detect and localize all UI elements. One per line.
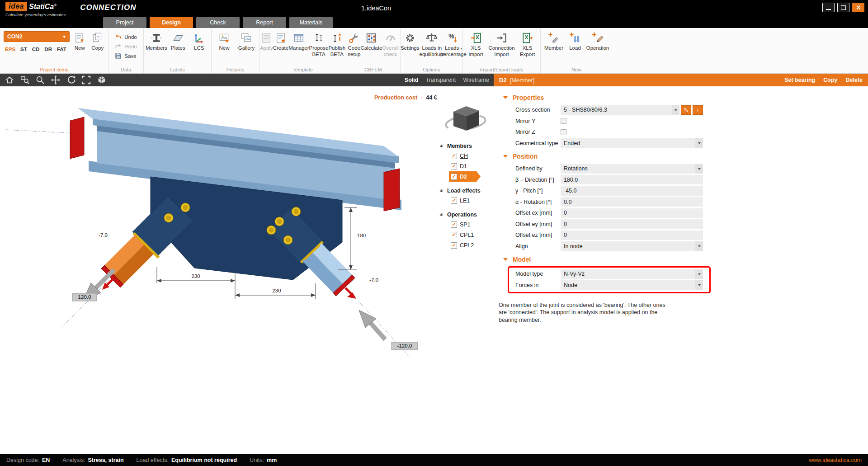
template-manager-button[interactable]: Manager	[288, 30, 309, 52]
copy-member-button[interactable]: Copy	[823, 77, 837, 83]
checkbox-checked-icon[interactable]	[451, 221, 457, 228]
model-type-select[interactable]: N-Vy-Vz	[561, 269, 703, 279]
tab-check[interactable]: Check	[196, 17, 240, 28]
tree-item-d2[interactable]: D2	[449, 171, 481, 182]
labels-members-button[interactable]: Members	[146, 30, 167, 52]
code-setup-button[interactable]: Code setup	[348, 30, 360, 58]
zoom-window-icon[interactable]	[20, 75, 30, 85]
section-model[interactable]: Model	[503, 254, 868, 265]
render-mode-transparent[interactable]: Transparent	[425, 77, 456, 83]
3d-scene[interactable]: 230 230 180 -7.0 -7.0 120.0 -120.0	[0, 86, 494, 454]
loads-percentage-button[interactable]: % Loads - percentage	[444, 30, 462, 58]
orbit-icon[interactable]	[66, 75, 76, 85]
picture-new-button[interactable]: New	[213, 30, 235, 52]
3d-viewport[interactable]: 230 230 180 -7.0 -7.0 120.0 -120.0	[0, 86, 494, 454]
forces-in-select[interactable]: Node	[561, 280, 703, 290]
new-project-item-button[interactable]: New	[71, 30, 89, 52]
checkbox-checked-icon[interactable]	[451, 242, 457, 249]
code-fat[interactable]: FAT	[57, 47, 66, 52]
tree-item-sp1[interactable]: SP1	[449, 219, 481, 230]
defined-by-select[interactable]: Rotations	[561, 164, 703, 174]
edit-cross-section-button[interactable]: ✎	[681, 105, 691, 115]
minimize-button[interactable]	[822, 3, 835, 12]
pan-icon[interactable]	[51, 75, 61, 85]
project-item-select[interactable]: CON2	[4, 31, 70, 42]
section-properties[interactable]: Properties	[503, 92, 868, 104]
cross-section-select[interactable]: 5 - SHS80/80/6.3	[561, 105, 679, 115]
tab-report[interactable]: Report	[243, 17, 286, 28]
undo-button[interactable]: Undo	[113, 33, 138, 41]
render-mode-solid[interactable]: Solid	[405, 77, 419, 83]
checkbox-checked-icon[interactable]	[451, 198, 457, 204]
beta-direction-input[interactable]	[561, 175, 703, 184]
align-select[interactable]: In node	[561, 241, 703, 251]
alpha-rotation-input[interactable]	[561, 197, 703, 207]
new-member-icon	[548, 32, 560, 44]
zoom-fit-icon[interactable]	[81, 75, 91, 85]
template-apply-button[interactable]: Apply	[260, 30, 273, 52]
new-member-button[interactable]: Member	[542, 30, 565, 52]
labels-plates-button[interactable]: Plates	[168, 30, 189, 52]
chevron-down-icon	[695, 138, 703, 148]
tree-item-d1[interactable]: D1	[449, 161, 481, 171]
mirror-y-checkbox[interactable]	[561, 118, 566, 124]
code-dr[interactable]: DR	[44, 47, 52, 52]
template-propose-button[interactable]: Propose BETA	[309, 30, 329, 58]
template-publish-button[interactable]: Publish BETA	[328, 30, 345, 58]
calculate-button[interactable]: Calculate	[360, 30, 382, 52]
tree-section-operations[interactable]: Operations	[433, 210, 493, 219]
save-button[interactable]: Save	[113, 52, 138, 60]
checkbox-checked-icon[interactable]	[451, 163, 457, 169]
set-bearing-button[interactable]: Set bearing	[784, 77, 815, 83]
render-mode-wireframe[interactable]: Wireframe	[463, 77, 489, 83]
redo-button[interactable]: Redo	[113, 42, 138, 50]
tree-item-cpl2[interactable]: CPL2	[449, 240, 481, 250]
tab-materials[interactable]: Materials	[289, 17, 333, 28]
template-create-button[interactable]: Create	[273, 30, 289, 52]
tree-section-members[interactable]: Members	[433, 141, 493, 151]
overall-check-button[interactable]: Overall check	[382, 30, 398, 58]
collapse-icon	[503, 258, 508, 261]
offset-ex-input[interactable]	[561, 208, 703, 218]
tree-item-cpl1[interactable]: CPL1	[449, 230, 481, 240]
labels-lcs-button[interactable]: LCS	[189, 30, 209, 52]
xls-export-icon: X	[522, 32, 533, 44]
offset-ez-input[interactable]	[561, 231, 703, 240]
tab-design[interactable]: Design	[150, 17, 193, 28]
website-link[interactable]: www.ideastatica.com	[809, 457, 862, 463]
new-load-button[interactable]: Load	[565, 30, 585, 52]
xls-export-button[interactable]: X XLS Export	[517, 30, 538, 58]
checkbox-checked-icon[interactable]	[451, 153, 457, 159]
home-view-icon[interactable]	[5, 75, 14, 85]
code-cd[interactable]: CD	[32, 47, 40, 52]
xls-import-button[interactable]: X XLS Import	[465, 30, 487, 58]
close-button[interactable]	[852, 3, 864, 12]
checkbox-checked-icon[interactable]	[451, 174, 457, 180]
checkbox-checked-icon[interactable]	[451, 232, 457, 238]
gamma-pitch-input[interactable]	[561, 186, 703, 196]
tree-item-ch[interactable]: CH	[449, 151, 481, 161]
tab-project[interactable]: Project	[103, 17, 146, 28]
shaded-view-icon[interactable]	[97, 75, 107, 85]
copy-icon	[92, 32, 104, 44]
new-operation-button[interactable]: Operation	[585, 30, 610, 52]
offset-ey-input[interactable]	[561, 219, 703, 229]
code-st[interactable]: ST	[20, 47, 27, 52]
delete-member-button[interactable]: Delete	[845, 77, 863, 83]
load-arrow-right	[359, 310, 385, 339]
add-cross-section-button[interactable]: +	[693, 105, 703, 115]
settings-button[interactable]: Settings	[401, 30, 420, 52]
geometrical-type-select[interactable]: Ended	[561, 138, 703, 148]
tree-item-le1[interactable]: LE1	[449, 195, 481, 206]
view-cube[interactable]	[445, 106, 486, 132]
code-eps[interactable]: EPS	[5, 47, 15, 52]
section-position[interactable]: Position	[503, 151, 868, 162]
properties-header: D2 [Member] Set bearing Copy Delete	[494, 74, 868, 86]
maximize-button[interactable]	[837, 3, 849, 12]
tree-section-load-effects[interactable]: Load effects	[433, 186, 493, 195]
connection-import-button[interactable]: Connection Import	[487, 30, 517, 58]
mirror-z-checkbox[interactable]	[561, 129, 566, 135]
zoom-icon[interactable]	[35, 75, 45, 85]
copy-project-item-button[interactable]: Copy	[89, 30, 107, 52]
picture-gallery-button[interactable]: Gallery	[236, 30, 257, 52]
